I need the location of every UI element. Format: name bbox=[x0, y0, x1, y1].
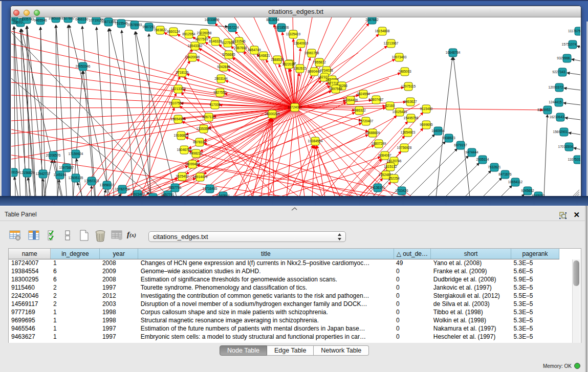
svg-text:4498222: 4498222 bbox=[189, 151, 203, 155]
svg-text:9084067: 9084067 bbox=[378, 154, 391, 157]
svg-text:9227343: 9227343 bbox=[552, 70, 565, 74]
svg-text:8912954: 8912954 bbox=[182, 32, 195, 36]
svg-text:19166825: 19166825 bbox=[174, 134, 189, 137]
svg-text:16033809: 16033809 bbox=[205, 18, 220, 21]
svg-text:17016504: 17016504 bbox=[558, 145, 573, 148]
svg-text:25300203: 25300203 bbox=[265, 112, 280, 116]
svg-text:13958107: 13958107 bbox=[100, 183, 115, 187]
svg-text:17957223: 17957223 bbox=[84, 179, 99, 183]
svg-text:9657791: 9657791 bbox=[146, 195, 160, 197]
svg-text:9827552: 9827552 bbox=[213, 91, 227, 94]
svg-text:9357224: 9357224 bbox=[226, 26, 239, 29]
svg-text:13353594: 13353594 bbox=[197, 127, 211, 130]
svg-text:19654985: 19654985 bbox=[171, 117, 186, 121]
svg-text:16961758: 16961758 bbox=[304, 51, 319, 55]
svg-text:417006: 417006 bbox=[209, 103, 221, 106]
svg-text:9465546: 9465546 bbox=[34, 18, 47, 22]
svg-text:18724007: 18724007 bbox=[288, 105, 302, 109]
svg-text:2718126: 2718126 bbox=[176, 71, 189, 74]
svg-text:16648784: 16648784 bbox=[446, 51, 461, 54]
svg-text:7625402: 7625402 bbox=[176, 174, 189, 178]
svg-text:7632621: 7632621 bbox=[488, 165, 501, 169]
svg-text:1145194: 1145194 bbox=[54, 173, 67, 177]
svg-text:8813054: 8813054 bbox=[266, 18, 279, 21]
svg-text:10973493: 10973493 bbox=[392, 55, 407, 59]
svg-text:10025433: 10025433 bbox=[393, 110, 407, 114]
svg-text:16099489: 16099489 bbox=[185, 162, 200, 166]
svg-text:9146821: 9146821 bbox=[257, 54, 270, 57]
svg-text:8267130: 8267130 bbox=[202, 115, 215, 119]
svg-text:7986322: 7986322 bbox=[353, 108, 366, 112]
svg-text:9474444: 9474444 bbox=[465, 150, 478, 154]
svg-text:16120746: 16120746 bbox=[387, 159, 402, 163]
svg-text:20364436: 20364436 bbox=[343, 98, 358, 102]
svg-text:11923448: 11923448 bbox=[130, 192, 145, 196]
svg-text:5756685: 5756685 bbox=[222, 53, 235, 56]
svg-text:2935114: 2935114 bbox=[476, 158, 489, 161]
svg-text:9657791: 9657791 bbox=[168, 186, 182, 189]
svg-text:9657791: 9657791 bbox=[161, 193, 175, 196]
svg-text:15751074: 15751074 bbox=[562, 42, 577, 46]
svg-text:11176753: 11176753 bbox=[568, 29, 580, 33]
svg-text:15692901: 15692901 bbox=[553, 130, 568, 134]
svg-text:8454749: 8454749 bbox=[248, 48, 261, 52]
svg-text:2087682: 2087682 bbox=[365, 18, 379, 21]
svg-text:8146328: 8146328 bbox=[209, 39, 222, 43]
svg-text:28053346: 28053346 bbox=[76, 64, 91, 68]
svg-text:6466160: 6466160 bbox=[75, 17, 89, 21]
svg-text:6679197: 6679197 bbox=[454, 143, 467, 147]
svg-text:1615132: 1615132 bbox=[384, 165, 397, 168]
svg-text:8471676: 8471676 bbox=[498, 172, 512, 176]
svg-text:1362615: 1362615 bbox=[293, 67, 307, 70]
svg-text:9699695: 9699695 bbox=[420, 123, 433, 126]
svg-text:11325419: 11325419 bbox=[286, 32, 301, 36]
svg-text:4239154: 4239154 bbox=[11, 170, 20, 174]
svg-text:10654112: 10654112 bbox=[508, 180, 523, 184]
svg-text:6497568: 6497568 bbox=[329, 87, 342, 91]
svg-text:16914479: 16914479 bbox=[193, 175, 208, 179]
svg-text:1640954: 1640954 bbox=[431, 129, 445, 133]
svg-text:19218506: 19218506 bbox=[274, 26, 289, 29]
svg-text:10671355: 10671355 bbox=[101, 20, 116, 24]
svg-text:23305743: 23305743 bbox=[19, 17, 34, 21]
svg-text:16046766: 16046766 bbox=[177, 148, 192, 151]
svg-text:5938923: 5938923 bbox=[442, 136, 455, 140]
svg-text:9131546: 9131546 bbox=[232, 39, 246, 43]
svg-text:14136141: 14136141 bbox=[371, 186, 385, 189]
svg-text:12505135: 12505135 bbox=[69, 176, 83, 180]
svg-text:9329966: 9329966 bbox=[557, 56, 570, 60]
svg-text:15495758: 15495758 bbox=[404, 116, 419, 120]
svg-text:7663822: 7663822 bbox=[154, 28, 167, 32]
svg-text:16210643: 16210643 bbox=[550, 115, 564, 119]
svg-text:12942737: 12942737 bbox=[36, 172, 51, 176]
svg-text:9463627: 9463627 bbox=[404, 100, 417, 103]
svg-text:7485003: 7485003 bbox=[398, 70, 411, 73]
svg-text:1527602: 1527602 bbox=[61, 17, 75, 20]
svg-text:13716485: 13716485 bbox=[203, 187, 217, 190]
svg-text:9242848: 9242848 bbox=[217, 65, 230, 69]
svg-text:9734028: 9734028 bbox=[320, 69, 333, 72]
svg-text:23226058: 23226058 bbox=[197, 31, 212, 35]
svg-text:9245052: 9245052 bbox=[532, 194, 545, 197]
svg-text:9827509: 9827509 bbox=[195, 37, 208, 41]
svg-text:1167531: 1167531 bbox=[568, 158, 580, 161]
svg-text:13654923: 13654923 bbox=[401, 130, 416, 134]
svg-text:1322037: 1322037 bbox=[282, 62, 295, 66]
svg-text:1733426: 1733426 bbox=[395, 189, 408, 192]
svg-text:13640910: 13640910 bbox=[294, 41, 309, 45]
svg-text:1588520: 1588520 bbox=[271, 58, 284, 61]
svg-text:8678334: 8678334 bbox=[193, 140, 206, 144]
svg-text:18807249: 18807249 bbox=[372, 142, 386, 145]
svg-text:23420046: 23420046 bbox=[185, 55, 200, 59]
svg-text:10975887: 10975887 bbox=[59, 166, 74, 169]
svg-text:19384554: 19384554 bbox=[308, 139, 323, 143]
svg-text:2803144: 2803144 bbox=[214, 77, 228, 80]
svg-text:8040844: 8040844 bbox=[216, 194, 230, 197]
svg-text:62160: 62160 bbox=[385, 104, 395, 107]
svg-text:10807487: 10807487 bbox=[369, 98, 384, 101]
svg-text:10688609: 10688609 bbox=[365, 131, 380, 135]
svg-text:8215953: 8215953 bbox=[537, 108, 551, 112]
svg-text:7515546: 7515546 bbox=[115, 21, 128, 25]
svg-text:16782759: 16782759 bbox=[115, 187, 130, 191]
svg-text:10756928: 10756928 bbox=[397, 146, 412, 149]
